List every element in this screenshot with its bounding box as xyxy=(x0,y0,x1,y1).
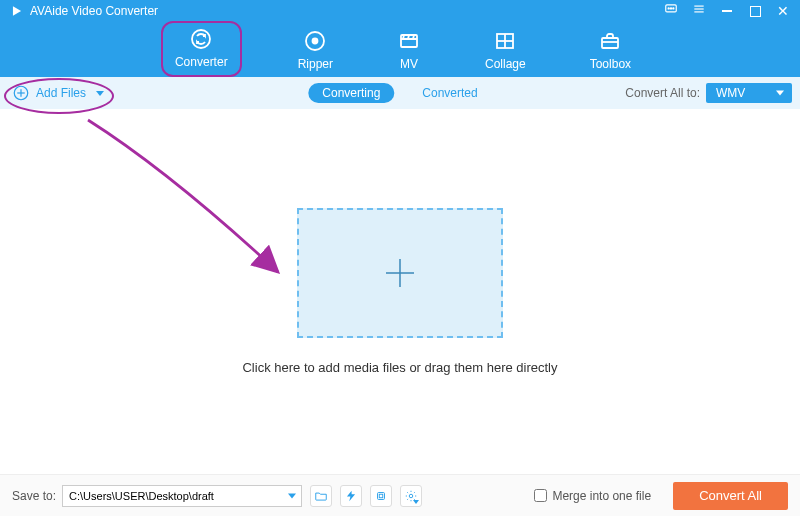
merge-checkbox[interactable]: Merge into one file xyxy=(534,489,651,503)
merge-label: Merge into one file xyxy=(552,489,651,503)
plus-icon xyxy=(380,253,420,293)
format-select[interactable]: WMV xyxy=(706,83,792,103)
save-to: Save to: xyxy=(12,485,302,507)
open-folder-button[interactable] xyxy=(310,485,332,507)
ripper-icon xyxy=(303,29,327,53)
save-to-label: Save to: xyxy=(12,489,56,503)
svg-point-4 xyxy=(673,8,674,9)
svg-point-25 xyxy=(409,494,413,498)
nav-mv[interactable]: MV xyxy=(389,27,429,77)
nav-collage[interactable]: Collage xyxy=(477,27,534,77)
dropzone[interactable] xyxy=(297,208,503,338)
svg-point-10 xyxy=(313,39,318,44)
converter-icon xyxy=(189,27,213,51)
nav-label: Toolbox xyxy=(590,57,631,71)
dropzone-text: Click here to add media files or drag th… xyxy=(242,360,557,375)
collage-icon xyxy=(493,29,517,53)
tab-converting[interactable]: Converting xyxy=(308,83,394,103)
tab-converted[interactable]: Converted xyxy=(408,83,491,103)
plus-circle-icon xyxy=(12,84,30,102)
svg-point-2 xyxy=(668,8,669,9)
app-window: AVAide Video Converter ✕ Converter xyxy=(0,0,800,516)
nav-toolbox[interactable]: Toolbox xyxy=(582,27,639,77)
nav-converter[interactable]: Converter xyxy=(161,21,242,77)
app-title: AVAide Video Converter xyxy=(30,4,158,18)
svg-marker-0 xyxy=(13,6,21,15)
nav-label: Collage xyxy=(485,57,526,71)
subbar: Add Files Converting Converted Convert A… xyxy=(0,77,800,109)
close-icon[interactable]: ✕ xyxy=(776,4,790,18)
convert-all-button[interactable]: Convert All xyxy=(673,482,788,510)
convert-all-to: Convert All to: WMV xyxy=(625,83,792,103)
header: AVAide Video Converter ✕ Converter xyxy=(0,0,800,77)
hardware-accel-button[interactable] xyxy=(340,485,362,507)
menu-icon[interactable] xyxy=(692,2,706,20)
svg-point-3 xyxy=(670,8,671,9)
main-area: Click here to add media files or drag th… xyxy=(0,109,800,474)
save-path-input[interactable] xyxy=(62,485,302,507)
folder-icon xyxy=(314,489,328,503)
svg-rect-15 xyxy=(602,38,618,48)
status-tabs: Converting Converted xyxy=(308,83,491,103)
mv-icon xyxy=(397,29,421,53)
maximize-icon[interactable] xyxy=(748,4,762,18)
settings-button[interactable] xyxy=(400,485,422,507)
convert-all-to-label: Convert All to: xyxy=(625,86,700,100)
nav-label: MV xyxy=(400,57,418,71)
nav-label: Ripper xyxy=(298,57,333,71)
main-nav: Converter Ripper MV Collage xyxy=(0,22,800,77)
svg-point-8 xyxy=(192,30,210,48)
svg-rect-23 xyxy=(378,492,385,499)
logo-icon xyxy=(10,4,24,18)
feedback-icon[interactable] xyxy=(664,2,678,20)
task-schedule-button[interactable] xyxy=(370,485,392,507)
chip-icon xyxy=(374,489,388,503)
footer: Save to: Merge into one file Convert All xyxy=(0,474,800,516)
format-selected: WMV xyxy=(716,86,745,100)
lightning-icon xyxy=(344,489,358,503)
merge-checkbox-input[interactable] xyxy=(534,489,547,502)
nav-label: Converter xyxy=(175,55,228,69)
brand: AVAide Video Converter xyxy=(10,4,158,18)
chevron-down-icon xyxy=(96,91,104,96)
titlebar: AVAide Video Converter ✕ xyxy=(0,0,800,22)
add-files-label: Add Files xyxy=(36,86,86,100)
nav-ripper[interactable]: Ripper xyxy=(290,27,341,77)
chevron-down-icon xyxy=(413,500,419,504)
svg-marker-22 xyxy=(347,490,355,501)
minimize-icon[interactable] xyxy=(720,4,734,18)
add-files-button[interactable]: Add Files xyxy=(12,84,104,102)
window-controls: ✕ xyxy=(664,2,790,20)
toolbox-icon xyxy=(598,29,622,53)
svg-rect-24 xyxy=(379,494,383,498)
